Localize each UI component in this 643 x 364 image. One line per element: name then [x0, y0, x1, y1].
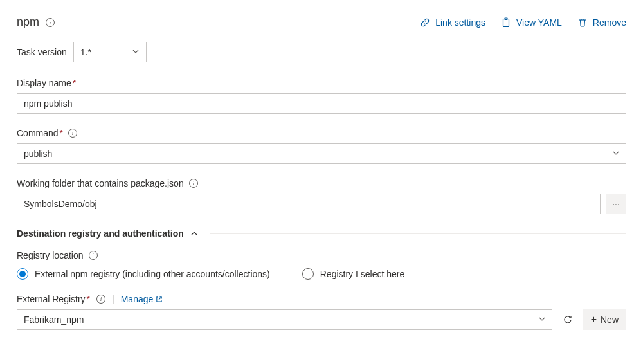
registry-location-label-row: Registry location i [17, 250, 626, 260]
info-icon[interactable]: i [96, 295, 105, 304]
remove-button[interactable]: Remove [577, 17, 626, 28]
required-asterisk: * [60, 128, 63, 138]
task-title: npm [17, 15, 39, 29]
command-group: Command* i [17, 128, 626, 164]
new-button[interactable]: + New [583, 309, 626, 330]
external-registry-select[interactable] [17, 309, 552, 330]
radio-select-here[interactable]: Registry I select here [302, 268, 405, 280]
working-folder-label: Working folder that contains package.jso… [17, 178, 184, 188]
radio-external-label: External npm registry (including other a… [35, 269, 270, 279]
display-name-group: Display name* [17, 78, 626, 114]
working-folder-input[interactable] [17, 194, 601, 214]
external-registry-value[interactable] [17, 309, 552, 330]
display-name-input[interactable] [17, 93, 626, 114]
task-version-value: 1.* [80, 47, 91, 57]
browse-button[interactable]: ··· [606, 194, 626, 214]
link-settings-label: Link settings [435, 17, 485, 28]
external-registry-label-row: External Registry* i | Manage [17, 294, 626, 304]
vertical-divider: | [112, 294, 114, 304]
radio-select-here-label: Registry I select here [320, 269, 405, 279]
view-yaml-label: View YAML [516, 17, 562, 28]
link-settings-button[interactable]: Link settings [420, 17, 485, 28]
info-icon[interactable]: i [46, 18, 55, 27]
header-actions: Link settings View YAML Remove [420, 17, 626, 28]
external-registry-label: External Registry [17, 294, 86, 304]
info-icon[interactable]: i [68, 129, 77, 138]
required-asterisk: * [73, 78, 76, 88]
info-icon[interactable]: i [189, 179, 198, 188]
external-link-icon [156, 296, 163, 303]
title-group: npm i [17, 15, 55, 29]
registry-location-radios: External npm registry (including other a… [17, 268, 626, 280]
svg-rect-0 [503, 19, 509, 26]
manage-label: Manage [121, 294, 154, 304]
registry-location-label: Registry location [17, 250, 84, 260]
radio-icon [302, 268, 314, 280]
required-asterisk: * [87, 294, 90, 304]
working-folder-group: Working folder that contains package.jso… [17, 178, 626, 214]
external-registry-group: External Registry* i | Manage + New [17, 294, 626, 330]
command-label-row: Command* i [17, 128, 626, 138]
clipboard-icon [501, 17, 511, 28]
section-title: Destination registry and authentication [17, 228, 184, 239]
remove-label: Remove [593, 17, 626, 28]
registry-location-group: Registry location i External npm registr… [17, 250, 626, 280]
manage-link[interactable]: Manage [121, 294, 163, 304]
display-name-label: Display name [17, 78, 71, 88]
view-yaml-button[interactable]: View YAML [501, 17, 562, 28]
task-version-row: Task version 1.* [17, 42, 626, 62]
refresh-button[interactable] [557, 309, 578, 330]
refresh-icon [563, 314, 573, 325]
plus-icon: + [591, 314, 597, 325]
radio-external-registry[interactable]: External npm registry (including other a… [17, 268, 270, 280]
display-name-label-row: Display name* [17, 78, 626, 88]
link-icon [420, 17, 430, 28]
info-icon[interactable]: i [89, 251, 98, 260]
command-label: Command [17, 128, 59, 138]
trash-icon [577, 17, 588, 28]
new-label: New [601, 314, 619, 325]
command-select[interactable] [17, 143, 626, 164]
chevron-down-icon [132, 47, 140, 57]
ellipsis-icon: ··· [612, 199, 620, 209]
section-divider [210, 233, 626, 234]
working-folder-label-row: Working folder that contains package.jso… [17, 178, 626, 188]
section-destination-auth[interactable]: Destination registry and authentication [17, 228, 626, 239]
task-version-select[interactable]: 1.* [73, 42, 147, 62]
chevron-up-icon [190, 230, 198, 237]
radio-icon [17, 268, 28, 280]
task-version-label: Task version [17, 47, 67, 57]
command-value[interactable] [17, 143, 626, 164]
task-header: npm i Link settings View YAML Remove [17, 15, 626, 29]
